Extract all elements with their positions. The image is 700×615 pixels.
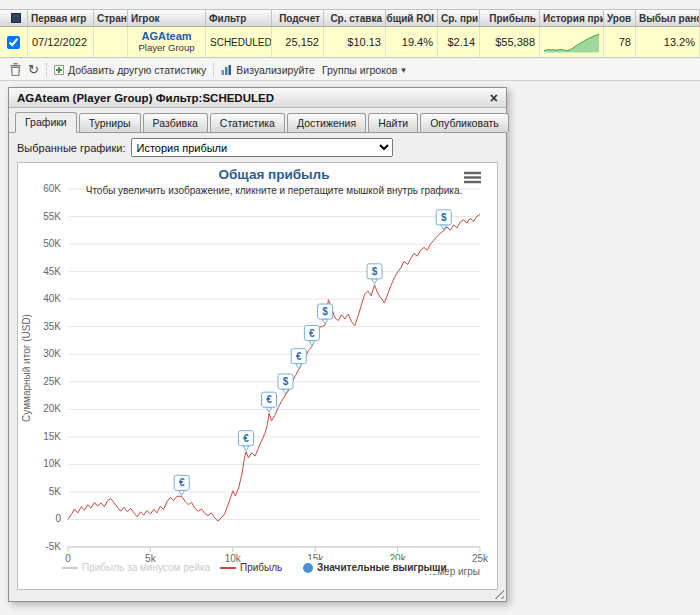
tab-find[interactable]: Найти <box>368 113 418 132</box>
select-all-icon[interactable] <box>11 13 21 23</box>
win-marker[interactable]: $ <box>318 304 333 324</box>
win-marker-symbol: $ <box>283 376 289 387</box>
early-out-cell: 13.2% <box>636 27 700 57</box>
visualize-label: Визуализируйте <box>236 64 315 76</box>
big-win-dot-icon <box>303 563 313 573</box>
chart-select[interactable]: История прибыли <box>131 138 393 157</box>
tab-publish[interactable]: Опубликовать <box>420 113 509 132</box>
col-header-level[interactable]: Уров <box>604 10 636 26</box>
level-cell: 78 <box>604 27 636 57</box>
bar-chart-icon <box>221 65 232 75</box>
y-tick-label: 40K <box>43 293 61 304</box>
col-header-country[interactable]: Стран <box>94 10 128 26</box>
sparkline-chart <box>544 31 599 53</box>
chart-select-row: Выбранные графики: История прибыли <box>9 133 506 160</box>
col-header-avg-profit[interactable]: Ср. при <box>438 10 480 26</box>
profit-line <box>68 214 480 521</box>
col-header-first-game[interactable]: Первая игр <box>28 10 94 26</box>
chart-title: Общая прибыль <box>219 167 330 182</box>
col-header-total-roi[interactable]: Общий ROI <box>386 10 438 26</box>
win-marker[interactable]: $ <box>436 210 451 230</box>
col-header-avg-stake[interactable]: Ср. ставка <box>324 10 386 26</box>
profit-history-sparkline[interactable] <box>540 27 604 57</box>
caret-down-icon: ▾ <box>401 65 406 75</box>
win-marker-symbol: $ <box>441 212 447 223</box>
win-marker[interactable]: $ <box>367 264 382 284</box>
tab-achievements[interactable]: Достижения <box>287 113 366 132</box>
win-marker-pointer <box>309 341 315 346</box>
y-tick-label: 10K <box>43 458 61 469</box>
y-tick-label: 25K <box>43 376 61 387</box>
grid-header-row: Первая игр Стран Игрок Фильтр Подсчет Ср… <box>0 9 700 27</box>
table-row[interactable]: 07/12/2022 AGAteam Player Group SCHEDULE… <box>0 27 700 58</box>
chart-container[interactable]: -5K05K10K15K20K25K30K35K40K45K50K55K60K0… <box>17 162 498 590</box>
legend-item-big-wins[interactable]: Значительные выигрыши <box>298 560 447 574</box>
y-tick-label: 55K <box>43 211 61 222</box>
y-tick-label: 60K <box>43 183 61 194</box>
win-marker-symbol: $ <box>372 266 378 277</box>
legend-label-big-wins: Значительные выигрыши <box>317 562 447 573</box>
chart-menu-icon[interactable] <box>464 173 481 182</box>
close-icon[interactable]: × <box>490 91 498 105</box>
win-marker-pointer <box>372 279 378 284</box>
count-cell: 25,152 <box>272 27 324 57</box>
dialog-title: AGAteam (Player Group) Фильтр:SCHEDULED <box>17 92 490 104</box>
toolbar-separator <box>213 63 214 77</box>
y-tick-label: 20K <box>43 403 61 414</box>
y-tick-label: 45K <box>43 266 61 277</box>
add-statistic-button[interactable]: Добавить другую статистику <box>54 64 206 76</box>
add-statistic-label: Добавить другую статистику <box>68 64 206 76</box>
x-tick-label: 0 <box>65 553 71 564</box>
win-marker-pointer <box>243 446 249 451</box>
trash-icon <box>10 63 21 76</box>
player-link[interactable]: AGAteam <box>141 30 191 43</box>
win-marker[interactable]: € <box>291 349 306 369</box>
dialog-tabbar: Графики Турниры Разбивка Статистика Дост… <box>9 108 506 133</box>
win-marker-symbol: € <box>179 477 185 488</box>
row-checkbox[interactable] <box>7 36 20 49</box>
win-marker[interactable]: $ <box>278 374 293 394</box>
col-header-early-out[interactable]: Выбыл рано <box>636 10 700 26</box>
visualize-button[interactable]: Визуализируйте <box>221 64 315 76</box>
player-type-label: Player Group <box>139 43 195 54</box>
col-header-profit[interactable]: Прибыль <box>480 10 540 26</box>
tab-breakdown[interactable]: Разбивка <box>143 113 208 132</box>
tab-charts[interactable]: Графики <box>15 112 77 133</box>
win-marker-pointer <box>322 319 328 324</box>
win-marker[interactable]: € <box>304 326 319 346</box>
legend-label-rake: Прибыль за минусом рейка <box>82 562 211 573</box>
y-axis-title: Суммарный итог (USD) <box>21 314 32 422</box>
avg-stake-cell: $10.13 <box>324 27 386 57</box>
country-cell <box>94 27 128 57</box>
win-marker-symbol: $ <box>322 306 328 317</box>
plus-icon <box>54 65 64 75</box>
win-marker-symbol: € <box>296 351 302 362</box>
y-tick-label: -5K <box>45 541 61 552</box>
legend-item-rake[interactable]: Прибыль за минусом рейка <box>62 562 211 573</box>
first-game-cell: 07/12/2022 <box>28 27 94 57</box>
selected-charts-label: Выбранные графики: <box>17 142 125 154</box>
col-header-filter[interactable]: Фильтр <box>206 10 272 26</box>
win-marker-pointer <box>179 490 185 495</box>
col-header-select[interactable] <box>0 10 28 26</box>
tab-tournaments[interactable]: Турниры <box>79 113 141 132</box>
dialog-titlebar[interactable]: AGAteam (Player Group) Фильтр:SCHEDULED … <box>9 88 506 108</box>
col-header-count[interactable]: Подсчет <box>272 10 324 26</box>
y-tick-label: 0 <box>55 513 61 524</box>
row-select-cell <box>0 27 28 57</box>
y-tick-label: 50K <box>43 238 61 249</box>
win-marker-symbol: € <box>266 394 272 405</box>
legend-label-profit: Прибыль <box>240 562 282 573</box>
win-marker[interactable]: € <box>238 431 253 451</box>
player-groups-button[interactable]: Группы игроков ▾ <box>322 64 406 76</box>
col-header-player[interactable]: Игрок <box>128 10 206 26</box>
refresh-icon[interactable]: ↻ <box>28 63 39 76</box>
toolbar-separator <box>46 63 47 77</box>
delete-icon[interactable] <box>10 63 21 76</box>
col-header-profit-history[interactable]: История приб <box>540 10 604 26</box>
tab-statistics[interactable]: Статистика <box>210 113 285 132</box>
player-group-dialog: AGAteam (Player Group) Фильтр:SCHEDULED … <box>8 87 507 602</box>
player-cell: AGAteam Player Group <box>128 27 206 57</box>
y-tick-label: 5K <box>49 486 62 497</box>
y-tick-label: 30K <box>43 348 61 359</box>
